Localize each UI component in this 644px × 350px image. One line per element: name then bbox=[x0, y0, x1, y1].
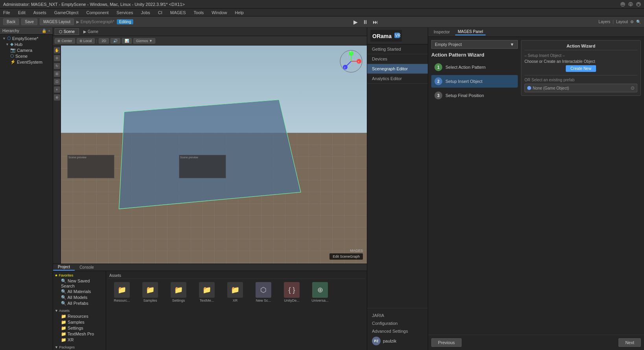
menu-services[interactable]: Services bbox=[115, 10, 134, 15]
asset-item-xr[interactable]: 📁 XR bbox=[223, 282, 248, 302]
2d-btn[interactable]: 2D bbox=[99, 38, 109, 44]
scale-tool-btn[interactable]: ⊞ bbox=[54, 71, 60, 77]
previous-button[interactable]: Previous bbox=[431, 338, 462, 347]
center-btn[interactable]: ⊕ Center bbox=[55, 38, 75, 44]
assets-grid-panel: Assets 📁 Resourc... 📁 Samples 📁 Setti bbox=[106, 271, 367, 350]
project-selector[interactable]: Empty Project ▼ bbox=[431, 40, 518, 49]
target-icon[interactable]: ⊙ bbox=[631, 85, 635, 91]
step-2-label: Setup Insert Object bbox=[445, 79, 482, 84]
custom-tool-btn[interactable]: ⊕ bbox=[54, 94, 60, 101]
tab-project[interactable]: Project bbox=[53, 264, 75, 271]
minimize-button[interactable]: – bbox=[620, 2, 625, 7]
wizard-step-1[interactable]: 1 Select Action Pattern bbox=[431, 61, 518, 73]
dropdown-arrow: ▼ bbox=[510, 42, 514, 47]
asset-samples[interactable]: 📁 Samples bbox=[59, 319, 104, 325]
nav-getting-started[interactable]: Getting Started bbox=[367, 44, 428, 54]
nav-advanced-settings[interactable]: Advanced Settings bbox=[370, 327, 425, 335]
asset-item-unitydev[interactable]: { } UnityDe... bbox=[279, 282, 304, 302]
menu-edit[interactable]: Edit bbox=[17, 10, 27, 15]
menu-mages[interactable]: MAGES bbox=[169, 10, 188, 15]
asset-settings[interactable]: 📁 Settings bbox=[59, 325, 104, 331]
step-1-label: Select Action Pattern bbox=[445, 65, 486, 70]
asset-item-samples[interactable]: 📁 Samples bbox=[138, 282, 163, 302]
menu-assets[interactable]: Assets bbox=[32, 10, 48, 15]
tab-scene[interactable]: ⬡ Scene bbox=[55, 28, 79, 35]
fav-new-saved[interactable]: 🔍 New Saved Search bbox=[59, 278, 104, 289]
rotate-tool-btn[interactable]: ↻ bbox=[54, 63, 60, 69]
nav-devices[interactable]: Devices bbox=[367, 54, 428, 64]
hierarchy-lock-button[interactable]: 🔒 bbox=[42, 29, 46, 33]
nav-jaria[interactable]: JARIA bbox=[370, 312, 425, 319]
svg-text:Z: Z bbox=[344, 66, 346, 69]
stats-btn[interactable]: 📊 bbox=[122, 38, 132, 44]
create-new-button[interactable]: Create New bbox=[566, 65, 596, 72]
asset-xr[interactable]: 📁 XR bbox=[59, 337, 104, 343]
tab-inspector[interactable]: Inspector bbox=[431, 29, 452, 35]
local-btn[interactable]: ⊚ Local bbox=[77, 38, 95, 44]
hier-item-hub[interactable]: ▼ ◆ Hub bbox=[1, 41, 52, 47]
search-icon[interactable]: 🔍 bbox=[636, 20, 641, 24]
hierarchy-add-button[interactable]: + bbox=[48, 29, 50, 33]
fav-all-prefabs[interactable]: 🔍 All Prefabs bbox=[59, 301, 104, 306]
hierarchy-title: Hierarchy bbox=[2, 29, 19, 33]
menu-window[interactable]: Window bbox=[210, 10, 228, 15]
hier-item-scene[interactable]: ⬡ Scene bbox=[1, 53, 52, 59]
asset-item-newsc[interactable]: ⬡ New Sc... bbox=[251, 282, 276, 302]
asset-textmesh[interactable]: 📁 TextMesh Pro bbox=[59, 331, 104, 337]
play-button[interactable]: ▶ bbox=[352, 19, 359, 25]
maximize-button[interactable]: □ bbox=[628, 2, 633, 7]
tab-console[interactable]: Console bbox=[75, 264, 99, 270]
menu-tools[interactable]: Tools bbox=[192, 10, 206, 15]
orama-navigation: Getting Started Devices Scenegraph Edito… bbox=[367, 44, 428, 84]
tab-game[interactable]: ▶ Game bbox=[79, 28, 103, 35]
close-button[interactable]: × bbox=[636, 2, 641, 7]
prefab-dot bbox=[527, 86, 531, 90]
menu-jobs[interactable]: Jobs bbox=[140, 10, 152, 15]
hand-tool-btn[interactable]: ✋ bbox=[54, 47, 60, 53]
nav-configuration[interactable]: Configuration bbox=[370, 319, 425, 327]
menu-file[interactable]: File bbox=[2, 10, 12, 15]
asset-resources[interactable]: 📁 Resources bbox=[59, 313, 104, 319]
nav-analytics-editor[interactable]: Analytics Editor bbox=[367, 74, 428, 84]
step-button[interactable]: ⏭ bbox=[371, 19, 380, 25]
hier-item-emptyscene[interactable]: ▼ ⬡ EmptyScene* bbox=[1, 35, 52, 41]
rect-tool-btn[interactable]: ⊡ bbox=[54, 79, 60, 85]
wizard-step-2[interactable]: 2 Setup Insert Object bbox=[431, 75, 518, 88]
save-button[interactable]: Save bbox=[21, 18, 37, 25]
wizard-step-3[interactable]: 3 Setup Final Position bbox=[431, 89, 518, 102]
menu-gameobject[interactable]: GameObject bbox=[53, 10, 80, 15]
wizard-content: Empty Project ▼ Action Pattern Wizard 1 … bbox=[428, 37, 644, 335]
settings-icon[interactable]: ⚙ bbox=[630, 20, 634, 24]
hier-item-camera[interactable]: 📷 Camera bbox=[1, 47, 52, 53]
asset-item-settings[interactable]: 📁 Settings bbox=[166, 282, 191, 302]
nav-scenegraph-editor[interactable]: Scenegraph Editor bbox=[367, 64, 428, 74]
folder-icon-textmesh: 📁 bbox=[199, 282, 215, 298]
fav-all-models[interactable]: 🔍 All Models bbox=[59, 295, 104, 301]
move-tool-btn[interactable]: ✛ bbox=[54, 55, 60, 61]
3d-viewport[interactable]: Scene preview Scene preview X bbox=[61, 46, 367, 264]
gizmos-btn[interactable]: Gizmos ▼ bbox=[133, 38, 155, 44]
tab-mages-panel[interactable]: MAGES Panel bbox=[455, 29, 485, 35]
menu-help[interactable]: Help bbox=[233, 10, 245, 15]
next-button[interactable]: Next bbox=[618, 338, 641, 347]
menu-component[interactable]: Component bbox=[85, 10, 110, 15]
mute-btn[interactable]: 🔊 bbox=[110, 38, 120, 44]
layers-label: Layers bbox=[598, 20, 610, 24]
layout-button[interactable]: MAGES Layout bbox=[40, 18, 74, 25]
transform-tool-btn[interactable]: ⌖ bbox=[54, 86, 60, 93]
back-button[interactable]: Back bbox=[3, 18, 19, 25]
asset-item-resources[interactable]: 📁 Resourc... bbox=[109, 282, 134, 302]
orama-logo: ORama VR bbox=[370, 30, 402, 42]
asset-item-universa[interactable]: ⊕ Universa... bbox=[307, 282, 333, 302]
pause-button[interactable]: ⏸ bbox=[361, 19, 370, 25]
user-initials: PZ bbox=[374, 339, 379, 343]
hier-label-hub: Hub bbox=[15, 42, 22, 47]
edit-scenegraph-btn[interactable]: Edit SceneGraph bbox=[329, 253, 363, 260]
scene-toolbar: ⊕ Center ⊚ Local | 2D 🔊 📊 Gizmos ▼ bbox=[53, 36, 367, 46]
action-wizard-title: Action Wizard bbox=[524, 44, 637, 50]
hier-item-eventsystem[interactable]: ⚡ EventSystem bbox=[1, 59, 52, 65]
asset-item-textmesh[interactable]: 📁 TextMe... bbox=[194, 282, 219, 302]
fav-all-materials[interactable]: 🔍 All Materials bbox=[59, 289, 104, 295]
prefab-field[interactable]: None (Game Object) ⊙ bbox=[524, 84, 637, 92]
menu-ci[interactable]: CI bbox=[156, 10, 164, 15]
